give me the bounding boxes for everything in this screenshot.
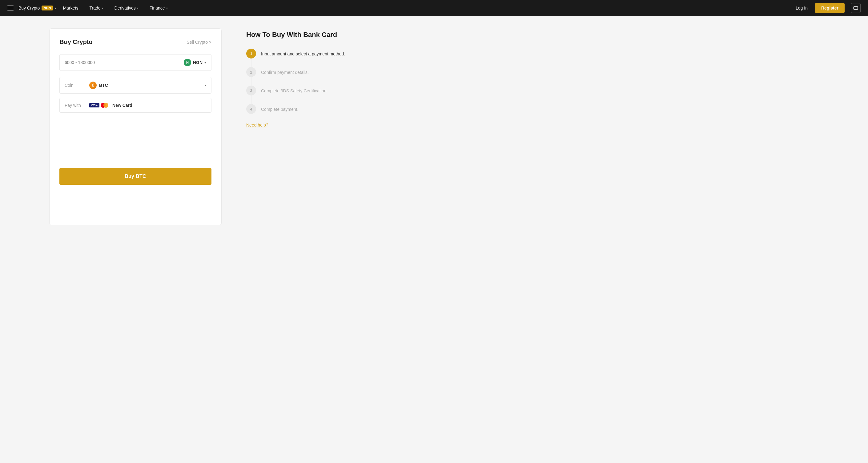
card-header: Buy Crypto Sell Crypto >: [59, 38, 212, 45]
step-text-4: Complete payment.: [261, 104, 298, 113]
amount-section: N NGN ▾: [59, 54, 212, 71]
buy-button-wrap: Buy BTC: [59, 168, 212, 185]
coin-dropdown-arrow: ▾: [205, 84, 206, 87]
step-item-4: 4Complete payment.: [246, 104, 819, 114]
nav-finance[interactable]: Finance ▾: [145, 5, 172, 10]
nav-trade[interactable]: Trade ▾: [85, 5, 108, 10]
step-item-3: 3Complete 3DS Safety Certification.: [246, 86, 819, 104]
card-title: Buy Crypto: [59, 38, 93, 45]
coin-label: Coin: [65, 83, 89, 88]
payment-icons: VISA: [89, 102, 109, 108]
wallet-icon[interactable]: [851, 3, 861, 13]
nav-trade-chevron: ▾: [102, 6, 103, 10]
steps-list: 1Input amount and select a payment metho…: [246, 49, 819, 114]
pay-label: Pay with: [65, 103, 89, 108]
nav-ngn-badge: NGN: [41, 5, 53, 10]
buy-crypto-card: Buy Crypto Sell Crypto > N NGN ▾ Coin ₿ …: [49, 28, 222, 225]
currency-selector[interactable]: N NGN ▾: [184, 59, 206, 66]
visa-icon: VISA: [89, 103, 99, 107]
nav-markets[interactable]: Markets: [59, 5, 83, 10]
main-content: Buy Crypto Sell Crypto > N NGN ▾ Coin ₿ …: [0, 16, 868, 238]
step-text-3: Complete 3DS Safety Certification.: [261, 86, 328, 94]
currency-dropdown-arrow: ▾: [205, 61, 206, 65]
step-number-4: 4: [246, 104, 256, 114]
amount-input[interactable]: [65, 60, 180, 65]
amount-input-row: N NGN ▾: [59, 54, 212, 71]
step-number-1: 1: [246, 49, 256, 59]
nav-buy-crypto-label: Buy Crypto: [19, 5, 40, 10]
step-item-2: 2Confirm payment details.: [246, 67, 819, 86]
step-text-2: Confirm payment details.: [261, 67, 309, 76]
navbar: Buy Crypto NGN ▾ Markets Trade ▾ Derivat…: [0, 0, 868, 16]
btc-icon: ₿: [89, 82, 97, 89]
register-button[interactable]: Register: [815, 3, 845, 13]
ngn-icon: N: [184, 59, 191, 66]
step-item-1: 1Input amount and select a payment metho…: [246, 49, 819, 67]
buy-button[interactable]: Buy BTC: [59, 168, 212, 185]
step-number-2: 2: [246, 67, 256, 77]
hamburger-menu[interactable]: [7, 5, 13, 11]
nav-derivatives[interactable]: Derivatives ▾: [110, 5, 143, 10]
step-connector-1: [251, 59, 251, 67]
coin-select-row[interactable]: Coin ₿ BTC ▾: [59, 77, 212, 94]
step-text-1: Input amount and select a payment method…: [261, 49, 345, 57]
svg-rect-0: [854, 6, 858, 9]
nav-finance-chevron: ▾: [166, 6, 168, 10]
nav-derivatives-chevron: ▾: [137, 6, 138, 10]
step-connector-3: [251, 95, 251, 104]
sell-crypto-link[interactable]: Sell Crypto >: [187, 40, 212, 44]
mastercard-icon: [101, 102, 109, 108]
new-card-text: New Card: [112, 103, 132, 108]
nav-buy-crypto[interactable]: Buy Crypto NGN ▾: [19, 5, 56, 10]
need-help-link[interactable]: Need help?: [246, 123, 269, 127]
currency-label: NGN: [193, 60, 203, 65]
how-to-buy-section: How To Buy With Bank Card 1Input amount …: [246, 28, 819, 128]
step-connector-2: [251, 77, 251, 86]
step-number-3: 3: [246, 86, 256, 95]
nav-buy-crypto-chevron: ▾: [55, 6, 56, 10]
how-to-title: How To Buy With Bank Card: [246, 31, 819, 39]
pay-with-row[interactable]: Pay with VISA New Card: [59, 98, 212, 113]
coin-name: BTC: [99, 83, 205, 88]
login-button[interactable]: Log In: [791, 5, 813, 10]
